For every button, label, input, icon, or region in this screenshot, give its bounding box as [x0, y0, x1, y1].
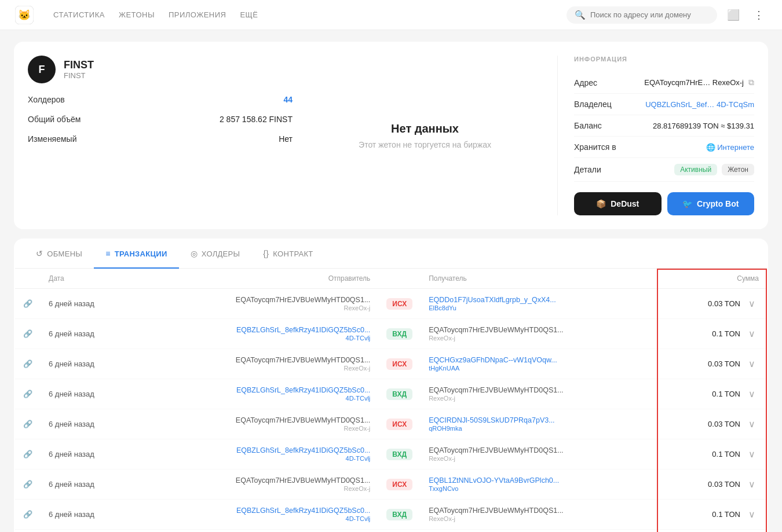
transactions-table: Дата Отправитель Получатель Сумма 🔗 6 дн… [15, 269, 767, 532]
col-date: Дата [41, 269, 139, 289]
expand-row-btn[interactable]: ∨ [745, 297, 759, 310]
tx-sender: EQBZLGhSrL_8efkRzy41IDiGQZ5bSc0... 4D-TC… [139, 379, 379, 409]
col-amount: Сумма [660, 269, 767, 289]
tx-date: 6 дней назад [41, 289, 139, 319]
info-value-owner[interactable]: UQBZLGhSrL_8ef… 4D-TCqSm [645, 100, 754, 109]
expand-row-btn[interactable]: ∨ [745, 387, 759, 401]
stat-volume-value: 2 857 158.62 FINST [220, 115, 293, 124]
tx-tag: ИСХ [378, 469, 421, 500]
tx-date: 6 дней назад [41, 500, 139, 530]
tx-sender: EQAToycqm7HrEJVBUeWMyHTD0QS1... RexeOx-j [139, 530, 379, 533]
info-label-details: Детали [574, 165, 601, 174]
window-icon-btn[interactable]: ⬜ [724, 6, 743, 24]
expand-row-btn[interactable]: ∨ [745, 478, 759, 491]
tx-date: 6 дней назад [41, 319, 139, 349]
stat-holders-value: 44 [283, 95, 293, 104]
expand-row-btn[interactable]: ∨ [745, 447, 759, 461]
tx-link-icon[interactable]: 🔗 [23, 420, 32, 428]
tab-contract[interactable]: {} КОНТРАКТ [251, 240, 324, 269]
table-row: 🔗 6 дней назад EQBZLGhSrL_8efkRzy41IDiGQ… [15, 439, 767, 469]
menu-icon-btn[interactable]: ⋮ [750, 6, 768, 24]
table-row: 🔗 6 дней назад EQBZLGhSrL_8efkRzy41IDiGQ… [15, 319, 767, 349]
tab-transactions-label: ТРАНЗАКЦИИ [115, 250, 167, 258]
table-row: 🔗 6 дней назад EQBZLGhSrL_8efkRzy41IDiGQ… [15, 500, 767, 530]
tx-receiver[interactable]: EQAToycqm7HrEJVBUeWMyHTD0QS1... RexeOx-j [421, 439, 660, 469]
cryptobot-button[interactable]: 🐦 Crypto Bot [667, 192, 755, 215]
expand-row-btn[interactable]: ∨ [745, 417, 759, 431]
dedust-icon: 📦 [596, 199, 606, 208]
tx-receiver[interactable]: EQAToycqm7HrEJVBUeWMyHTD0QS1... RexeOx-j [421, 379, 660, 409]
transactions-table-wrap: Дата Отправитель Получатель Сумма 🔗 6 дн… [15, 269, 767, 532]
tx-link-icon[interactable]: 🔗 [23, 359, 32, 368]
cryptobot-label: Crypto Bot [697, 199, 739, 208]
tx-link-icon[interactable]: 🔗 [23, 480, 32, 489]
expand-row-btn[interactable]: ∨ [745, 508, 759, 521]
dedust-button[interactable]: 📦 DeDust [574, 192, 662, 215]
tx-sender: EQAToycqm7HrEJVBUeWMyHTD0QS1... RexeOx-j [139, 409, 379, 439]
tx-link-icon[interactable]: 🔗 [23, 450, 32, 458]
tx-receiver[interactable]: EQAToycqm7HrEJVBUeWMyHTD0QS1... RexeOx-j [421, 319, 660, 349]
search-box[interactable]: 🔍 [567, 6, 717, 24]
nav-stats[interactable]: СТАТИСТИКА [53, 10, 105, 19]
tx-date: 6 дней назад [41, 439, 139, 469]
expand-row-btn[interactable]: ∨ [745, 327, 759, 340]
no-data-subtitle: Этот жетон не торгуется на биржах [359, 140, 491, 149]
stat-mutable: Изменяемый Нет [28, 134, 293, 144]
tx-receiver[interactable]: EQCHGxz9aGFhDNpaC--vW1qVOqw... tHgKnUAA [421, 349, 660, 379]
tx-receiver[interactable]: EQAToycqm7HrEJVBUeWMyHTD0QS1... RexeOx-j [421, 500, 660, 530]
tx-receiver[interactable]: EQDDo1F7jUsoaTXldfLgrpb_y_QxX4... ElBc8d… [421, 289, 660, 319]
nav-tokens[interactable]: ЖЕТОНЫ [119, 10, 155, 19]
info-label-address: Адрес [574, 78, 597, 87]
header: 🐱 СТАТИСТИКА ЖЕТОНЫ ПРИЛОЖЕНИЯ ЕЩЁ 🔍 ⬜ ⋮ [0, 0, 782, 30]
main-nav: СТАТИСТИКА ЖЕТОНЫ ПРИЛОЖЕНИЯ ЕЩЁ [53, 10, 258, 19]
tx-receiver[interactable]: EQBL1ZtNNLvOJO-YVtaA9BvrGPlch0... TxxgNC… [421, 469, 660, 500]
tx-link-icon[interactable]: 🔗 [23, 510, 32, 519]
search-input[interactable] [590, 10, 709, 19]
header-right: 🔍 ⬜ ⋮ [567, 6, 768, 24]
nav-more[interactable]: ЕЩЁ [240, 10, 258, 19]
tx-link-icon[interactable]: 🔗 [23, 299, 32, 308]
tab-contract-label: КОНТРАКТ [273, 250, 313, 258]
info-panel-title: ИНФОРМАЦИЯ [574, 56, 754, 63]
tx-link-icon[interactable]: 🔗 [23, 390, 32, 398]
site-logo[interactable]: 🐱 [14, 5, 35, 25]
tx-tag: ВХД [378, 319, 421, 349]
info-row-address: Адрес EQAToycqm7HrE… RexeOx-j ⧉ [574, 72, 754, 94]
chart-area: Нет данных Этот жетон не торгуется на би… [293, 56, 557, 215]
tab-holders[interactable]: ◎ ХОЛДЕРЫ [179, 240, 252, 269]
token-stats: Холдеров 44 Общий объём 2 857 158.62 FIN… [28, 95, 293, 144]
tx-link-icon[interactable]: 🔗 [23, 329, 32, 338]
transactions-card: ↺ ОБМЕНЫ ≡ ТРАНЗАКЦИИ ◎ ХОЛДЕРЫ {} КОНТР… [14, 239, 768, 532]
token-header: F FINST FINST [28, 56, 293, 83]
dedust-label: DeDust [611, 199, 639, 208]
tab-exchanges[interactable]: ↺ ОБМЕНЫ [24, 240, 94, 269]
token-info-panel: F FINST FINST Холдеров 44 Общий объём 2 … [28, 56, 293, 215]
info-row-owner: Владелец UQBZLGhSrL_8ef… 4D-TCqSm [574, 94, 754, 115]
copy-icon[interactable]: ⧉ [748, 78, 754, 87]
token-logo: F [28, 56, 56, 83]
tx-receiver[interactable]: EQCIRDNJl-50S9LSkUD7PRqa7pV3... qROH9mka [421, 409, 660, 439]
table-row: 🔗 6 дней назад EQAToycqm7HrEJVBUeWMyHTD0… [15, 409, 767, 439]
info-label-owner: Владелец [574, 100, 612, 109]
expand-row-btn[interactable]: ∨ [745, 357, 759, 370]
tx-amount: 0.03 TON ∨ [660, 469, 767, 500]
no-data-title: Нет данных [391, 122, 459, 135]
svg-text:🐱: 🐱 [18, 9, 31, 21]
tx-tag: ИСХ [378, 409, 421, 439]
nav-apps[interactable]: ПРИЛОЖЕНИЯ [169, 10, 226, 19]
tx-receiver[interactable]: EQBp94guRSbsrUnbTG3TdppYgvFJle... uGcrnr… [421, 530, 660, 533]
tab-holders-label: ХОЛДЕРЫ [202, 250, 240, 258]
tx-sender: EQAToycqm7HrEJVBUeWMyHTD0QS1... RexeOx-j [139, 289, 379, 319]
tab-transactions[interactable]: ≡ ТРАНЗАКЦИИ [94, 240, 178, 269]
tx-tag: ИСХ [378, 289, 421, 319]
info-row-balance: Баланс 28.817689139 TON ≈ $139.31 [574, 115, 754, 137]
tx-date: 6 дней назад [41, 409, 139, 439]
tx-amount: 0.1 TON ∨ [660, 379, 767, 409]
tx-amount: 0.03 TON ∨ [660, 409, 767, 439]
holders-tab-icon: ◎ [191, 249, 198, 258]
tx-date: 6 дней назад [41, 379, 139, 409]
table-row: 🔗 6 дней назад EQAToycqm7HrEJVBUeWMyHTD0… [15, 289, 767, 319]
contract-tab-icon: {} [263, 249, 269, 258]
stat-holders: Холдеров 44 [28, 95, 293, 104]
window-icon: ⬜ [727, 9, 740, 21]
